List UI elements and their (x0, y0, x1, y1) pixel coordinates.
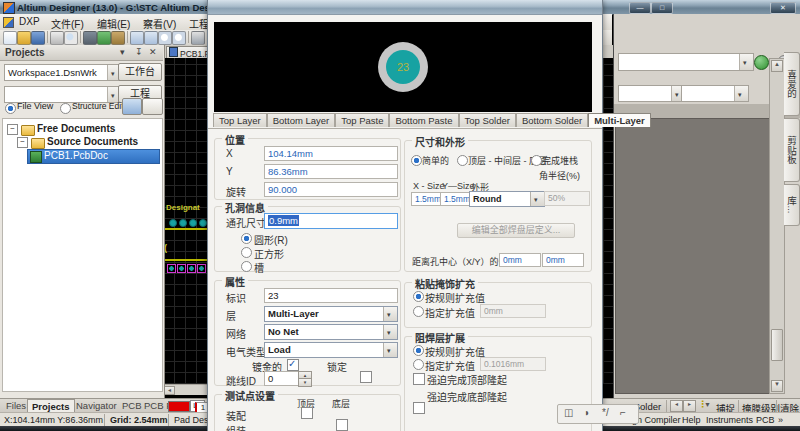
net-dropdown[interactable]: No Net (264, 324, 398, 340)
layer-scroll-left-icon[interactable]: ◂ (670, 400, 683, 412)
assembly-bottom-checkbox[interactable] (336, 419, 348, 431)
filter-icon[interactable]: ▼ (704, 401, 711, 408)
panel-tab-projects[interactable]: Projects (27, 399, 75, 413)
menu-overflow-chevron[interactable]: » (778, 415, 783, 425)
pin-icon[interactable]: ↧ (135, 47, 143, 57)
outline-icon[interactable]: ⌐ (620, 407, 626, 418)
pages-icon[interactable]: ◫ (564, 407, 573, 418)
pcb-pad[interactable] (187, 264, 196, 273)
menu-dxp[interactable]: DXP (14, 15, 45, 28)
hole-square-radio[interactable] (241, 247, 252, 258)
toolbar-icon-window[interactable] (130, 31, 144, 45)
active-layer-color-swatch[interactable] (168, 401, 190, 412)
next-arrow-button[interactable] (754, 55, 769, 70)
full-stack-radio[interactable] (531, 155, 542, 166)
close-button[interactable]: ✕ (770, 2, 796, 14)
solder-mask-rule-radio[interactable] (413, 345, 424, 356)
electrical-type-dropdown[interactable]: Load (264, 342, 398, 358)
minimize-button[interactable]: — (629, 2, 651, 14)
offset-y-field[interactable]: 0mm (542, 253, 584, 267)
pcb-pad[interactable] (179, 219, 187, 227)
filter-combo-1[interactable] (618, 85, 686, 102)
rotation-field[interactable]: 90.000 (264, 182, 398, 197)
pcb-pad[interactable] (199, 219, 207, 227)
open-project-icon-button[interactable] (142, 98, 163, 115)
y-size-field[interactable]: 1.5mm (440, 192, 471, 206)
chevron-down-icon[interactable] (383, 307, 397, 321)
menu-instruments[interactable]: Instruments (706, 415, 753, 425)
jumper-id-field[interactable]: 0 (264, 371, 302, 386)
file-view-radio[interactable] (5, 103, 16, 114)
menu-help[interactable]: Help (682, 415, 701, 425)
locked-checkbox[interactable] (360, 371, 372, 383)
chevron-down-icon[interactable] (383, 343, 397, 357)
chevron-down-icon[interactable] (530, 192, 544, 206)
tree-row-pcb1-selected[interactable]: PCB1.PcbDoc (27, 149, 160, 164)
tab-top-solder[interactable]: Top Solder (459, 113, 516, 127)
editor-horizontal-scrollbar[interactable]: ◂ (163, 384, 209, 395)
right-panel-tab-favorites[interactable]: 喜爱的 (784, 52, 800, 116)
hole-round-radio[interactable] (241, 233, 252, 244)
search-combo[interactable] (618, 53, 754, 71)
workbench-button[interactable]: 工作台 (118, 63, 162, 81)
collapse-icon[interactable]: − (17, 137, 28, 148)
hole-slot-radio[interactable] (241, 261, 252, 272)
panel-tab-files[interactable]: Files (2, 399, 30, 412)
toolbar-icon-library[interactable] (111, 31, 125, 45)
right-panel-tab-clipboard[interactable]: 剪贴板 (784, 118, 800, 182)
assembly-top-checkbox[interactable] (301, 407, 313, 419)
tab-bottom-paste[interactable]: Bottom Paste (389, 113, 458, 127)
cut-icon[interactable] (191, 31, 205, 45)
x-size-field[interactable]: 1.5mm (411, 192, 442, 206)
pcb-pad[interactable] (169, 219, 177, 227)
hole-size-field[interactable]: 0.9mm (264, 213, 398, 229)
scroll-left-icon[interactable]: ◂ (164, 386, 175, 395)
force-tenting-bottom-checkbox[interactable] (413, 402, 425, 414)
collapse-icon[interactable]: − (7, 124, 18, 135)
toolbar-icon-component[interactable] (97, 31, 111, 45)
tab-bottom-layer[interactable]: Bottom Layer (267, 113, 336, 127)
pcb-pad[interactable] (177, 264, 186, 273)
filter-combo-2[interactable] (681, 85, 749, 102)
tab-multi-layer[interactable]: Multi-Layer (588, 113, 651, 127)
layer-scroll-right-icon[interactable]: ▸ (683, 400, 696, 412)
pcb-pad[interactable] (167, 264, 176, 273)
panel-menu-icon[interactable]: ▾ (120, 47, 125, 57)
top-middle-bottom-radio[interactable] (457, 155, 468, 166)
dialog-title-bar[interactable] (208, 0, 602, 15)
panel-close-icon[interactable]: ✕ (149, 47, 157, 57)
workspace-combo[interactable]: Workspace1.DsnWrk (4, 64, 122, 81)
force-tenting-top-checkbox[interactable] (413, 373, 425, 385)
layer-dropdown[interactable]: Multi-Layer (264, 306, 398, 322)
plated-checkbox[interactable] (287, 359, 299, 371)
menu-pcb[interactable]: PCB (756, 415, 775, 425)
paste-mask-specify-radio[interactable] (413, 306, 424, 317)
pcb-pad[interactable] (189, 219, 197, 227)
zoom-out-icon[interactable] (172, 31, 186, 45)
offset-x-field[interactable]: 0mm (499, 253, 541, 267)
x-field[interactable]: 104.14mm (264, 146, 398, 161)
chevron-down-icon[interactable] (383, 325, 397, 339)
shape-dropdown[interactable]: Round (469, 191, 545, 207)
scroll-down-icon[interactable]: ▼ (771, 380, 783, 392)
save-icon[interactable] (31, 31, 45, 45)
spin-down-icon[interactable]: ▾ (298, 378, 312, 387)
vertical-scrollbar[interactable]: ▲ ▼ (769, 58, 785, 394)
print-icon[interactable] (50, 31, 64, 45)
print-preview-icon[interactable] (64, 31, 78, 45)
chevron-down-icon[interactable] (734, 86, 748, 101)
pcb-pad[interactable] (197, 264, 206, 273)
scrollbar-thumb[interactable] (771, 329, 783, 361)
chevron-down-icon[interactable] (739, 54, 753, 70)
toolbar-icon-window[interactable] (144, 31, 158, 45)
y-field[interactable]: 86.36mm (264, 164, 398, 179)
designator-field[interactable]: 23 (264, 288, 398, 303)
maximize-button[interactable]: □ (651, 2, 673, 14)
tree-row-source-documents[interactable]: − Source Documents (3, 136, 160, 149)
open-icon[interactable] (17, 31, 31, 45)
simple-radio[interactable] (411, 155, 422, 166)
tab-top-paste[interactable]: Top Paste (335, 113, 389, 127)
tab-bottom-solder[interactable]: Bottom Solder (516, 113, 588, 127)
paste-mask-rule-radio[interactable] (413, 291, 424, 302)
toolbar-icon-board[interactable] (83, 31, 97, 45)
